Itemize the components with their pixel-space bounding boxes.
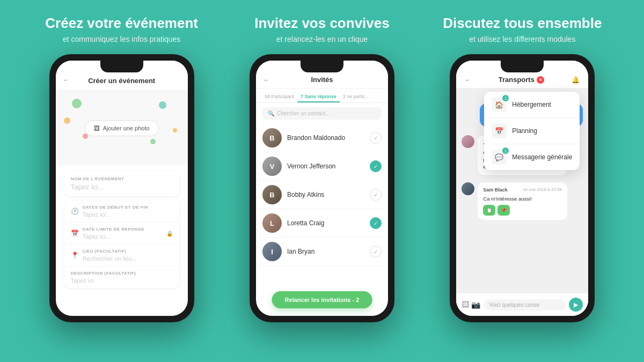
avatar-jane bbox=[462, 135, 474, 148]
image-icon: 🖼 bbox=[94, 125, 100, 131]
event-name-label: NOM DE L'ÉVÉNEMENT bbox=[71, 176, 173, 181]
event-name-field[interactable]: NOM DE L'ÉVÉNEMENT Tapez ici... bbox=[64, 171, 179, 196]
description-label: DESCRIPTION (Facultatif) bbox=[71, 271, 136, 276]
msg-sam-header: Sam Black 18 mai 2018 à 23:58 bbox=[483, 187, 562, 194]
phone-3-notch bbox=[501, 61, 544, 72]
location-value: Rechercher un lieu... bbox=[83, 255, 137, 262]
column-1-header: Créez votre événement et communiquez les… bbox=[25, 15, 218, 43]
clock-icon: 🕐 bbox=[71, 208, 78, 215]
badge-count: 4 bbox=[537, 76, 544, 84]
dropdown-menu: 🏠 2 Hébergement 📅 Planning 💬 2 Messageri… bbox=[484, 92, 580, 170]
chat-input-bar: 🖼 📷 Voici quelques conse ▶ bbox=[456, 293, 588, 316]
tab-participants[interactable]: 58 Participant bbox=[261, 92, 297, 102]
chat-icons: 🖼 📷 bbox=[462, 300, 480, 309]
deadline-field[interactable]: 📅 DATE LIMITE DE REPONSE Tapez ici... 🔒 bbox=[64, 223, 179, 245]
check-brandon[interactable]: ✓ bbox=[370, 132, 382, 144]
sam-actions: 📋 📌 bbox=[483, 205, 562, 216]
dot-orange-2 bbox=[173, 128, 177, 132]
dropdown-planning[interactable]: 📅 Planning bbox=[484, 118, 580, 144]
messagerie-badge: 2 bbox=[502, 147, 509, 154]
photo-area: 🖼 Ajouter une photo bbox=[56, 91, 188, 166]
back-arrow-icon[interactable]: ← bbox=[63, 77, 69, 83]
dropdown-messagerie[interactable]: 💬 2 Messagerie générale bbox=[484, 144, 580, 170]
avatar-img-bobby: B bbox=[262, 185, 282, 204]
contact-name-loretta: Loretta Craig bbox=[287, 219, 364, 227]
phone-1-screen: ← Créer un événement 🖼 Ajouter une photo… bbox=[56, 61, 188, 316]
location-icon: 📍 bbox=[71, 252, 78, 259]
dropdown-hebergement[interactable]: 🏠 2 Hébergement bbox=[484, 92, 580, 118]
dates-label: DATES DE DÉBUT ET DE FIN bbox=[83, 205, 149, 210]
avatar-brandon: B bbox=[262, 128, 282, 147]
msg-sam-sender: Sam Black bbox=[483, 187, 508, 194]
msg-sam-time: 18 mai 2018 à 23:58 bbox=[523, 187, 562, 193]
hebergement-badge: 2 bbox=[502, 95, 509, 101]
msg-sam-text: Ca m'intéresse aussi! bbox=[483, 195, 562, 202]
search-icon: 🔍 bbox=[268, 110, 274, 116]
hebergement-label: Hébergement bbox=[512, 101, 551, 108]
invite-button-label: Relancer les invitations - 2 bbox=[285, 297, 360, 303]
action-share[interactable]: 📌 bbox=[497, 205, 510, 216]
phone-1-title: Créer un événement bbox=[64, 77, 179, 85]
contact-bobby[interactable]: B Bobby Atkins ✓ bbox=[256, 181, 388, 209]
lock-icon: 🔒 bbox=[166, 231, 173, 237]
avatar-bobby: B bbox=[262, 185, 282, 204]
avatar-img-loretta: L bbox=[262, 213, 282, 233]
tab-no-response[interactable]: 7 Sans réponse bbox=[297, 92, 340, 102]
phone-3: ← Transports 4 🔔 🏠 2 Hébergement 📅 bbox=[450, 54, 595, 322]
bell-icon[interactable]: 🔔 bbox=[572, 76, 580, 84]
msg-sam-container: Sam Black 18 mai 2018 à 23:58 Ca m'intér… bbox=[478, 182, 583, 224]
phone-2-title: Invités bbox=[265, 76, 379, 84]
image-attach-icon[interactable]: 🖼 bbox=[462, 300, 469, 309]
add-photo-button[interactable]: 🖼 Ajouter une photo bbox=[85, 120, 159, 136]
contact-list: B Brandon Maldonado ✓ V Vernon Jefferson… bbox=[256, 124, 388, 266]
check-bobby[interactable]: ✓ bbox=[370, 189, 382, 201]
description-field[interactable]: DESCRIPTION (Facultatif) Tapez ici bbox=[64, 267, 179, 288]
contact-name-ian: Ian Bryan bbox=[287, 248, 364, 255]
action-save[interactable]: 📋 bbox=[483, 205, 495, 216]
avatar-img-ian: I bbox=[262, 242, 282, 261]
column-2-header: Invitez vos convives et relancez-les en … bbox=[225, 15, 419, 43]
contact-loretta[interactable]: L Loretta Craig ✓ bbox=[256, 209, 388, 238]
contact-brandon[interactable]: B Brandon Maldonado ✓ bbox=[256, 124, 388, 152]
send-button[interactable]: ▶ bbox=[569, 298, 583, 312]
screen-title-3: Transports bbox=[499, 76, 535, 84]
back-arrow-3-icon[interactable]: ← bbox=[465, 77, 471, 83]
check-vernon[interactable]: ✓ bbox=[370, 160, 382, 172]
messagerie-label: Messagerie générale bbox=[512, 153, 572, 161]
planning-label: Planning bbox=[512, 127, 537, 135]
phone-1-form: NOM DE L'ÉVÉNEMENT Tapez ici... 🕐 DATES … bbox=[56, 166, 188, 298]
avatar-ian: I bbox=[262, 242, 282, 261]
deadline-label: DATE LIMITE DE REPONSE bbox=[83, 227, 162, 232]
planning-icon: 📅 bbox=[492, 123, 507, 138]
check-loretta[interactable]: ✓ bbox=[370, 217, 382, 229]
contact-name-vernon: Vernon Jefferson bbox=[287, 162, 364, 170]
back-arrow-2-icon[interactable]: ← bbox=[264, 77, 269, 83]
location-label: LIEU (Facultatif) bbox=[83, 249, 137, 254]
invite-button[interactable]: Relancer les invitations - 2 bbox=[272, 291, 372, 308]
location-field[interactable]: 📍 LIEU (Facultatif) Rechercher un lieu..… bbox=[64, 245, 179, 267]
tab-not-participating[interactable]: 3 ne partic... bbox=[340, 92, 373, 102]
messagerie-icon: 💬 2 bbox=[492, 150, 507, 165]
avatar-img-vernon: V bbox=[262, 157, 282, 176]
deadline-value: Tapez ici... bbox=[83, 233, 162, 240]
contact-ian[interactable]: I Ian Bryan ✓ bbox=[256, 238, 388, 266]
chat-input-field[interactable]: Voici quelques conse bbox=[484, 299, 566, 311]
column-3-subtitle: et utilisez les differents modules bbox=[426, 35, 619, 43]
search-bar[interactable]: 🔍 Chercher un contact... bbox=[262, 107, 382, 120]
column-2-subtitle: et relancez-les en un clique bbox=[225, 35, 419, 43]
camera-icon[interactable]: 📷 bbox=[471, 300, 480, 309]
dates-value: Tapez ici... bbox=[83, 211, 149, 218]
phone-3-screen: ← Transports 4 🔔 🏠 2 Hébergement 📅 bbox=[456, 61, 588, 316]
msg-sam: Sam Black 18 mai 2018 à 23:58 Ca m'intér… bbox=[478, 182, 567, 220]
phone-2: ← Invités 58 Participant 7 Sans réponse … bbox=[250, 54, 394, 322]
column-2-title: Invitez vos convives bbox=[225, 15, 419, 32]
column-1-subtitle: et communiquez les infos pratiques bbox=[25, 35, 218, 43]
hebergement-icon: 🏠 2 bbox=[492, 97, 507, 112]
check-ian[interactable]: ✓ bbox=[370, 246, 382, 257]
dates-field[interactable]: 🕐 DATES DE DÉBUT ET DE FIN Tapez ici... bbox=[64, 201, 179, 223]
contact-vernon[interactable]: V Vernon Jefferson ✓ bbox=[256, 152, 388, 181]
phone-2-notch bbox=[301, 61, 343, 72]
search-placeholder: Chercher un contact... bbox=[277, 110, 330, 116]
dot-red bbox=[83, 134, 88, 139]
contact-name-brandon: Brandon Maldonado bbox=[287, 134, 364, 142]
